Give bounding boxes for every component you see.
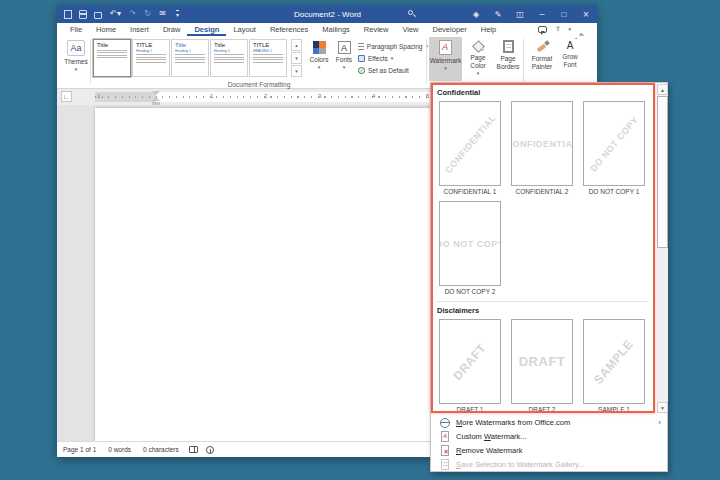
tab-home[interactable]: Home bbox=[89, 23, 123, 36]
email-icon[interactable] bbox=[158, 10, 167, 19]
gallery-down-icon[interactable]: ▾ bbox=[291, 52, 302, 64]
tab-stop-selector[interactable]: ∟ bbox=[61, 91, 72, 102]
watermark-preview-text: SAMPLE bbox=[592, 337, 637, 387]
word-count-indicator[interactable]: 0 words bbox=[102, 446, 137, 453]
gallery-scrollbar[interactable]: ▲ ▼ bbox=[657, 84, 668, 413]
themes-icon: Aa bbox=[67, 40, 85, 56]
page-number-indicator[interactable]: Page 1 of 1 bbox=[57, 446, 102, 453]
tab-design[interactable]: Design bbox=[187, 23, 226, 36]
chevron-down-icon: ▾ bbox=[477, 71, 480, 76]
watermark-option-draft-2[interactable]: DRAFTDRAFT 2 bbox=[511, 319, 573, 413]
fonts-button[interactable]: A Fonts ▾ bbox=[333, 37, 355, 81]
menu-item-label: Save Selection to Watermark Gallery... bbox=[456, 460, 584, 469]
format-painter-button[interactable]: Format Painter bbox=[527, 37, 557, 81]
watermark-option-do-not-copy-2[interactable]: DO NOT COPYDO NOT COPY 2 bbox=[439, 201, 501, 295]
paint-bucket-icon bbox=[472, 40, 484, 52]
draw-icon[interactable]: ✎ bbox=[487, 5, 509, 23]
menu-item-more-watermarks-from-office-com[interactable]: More Watermarks from Office.com› bbox=[431, 415, 669, 429]
tab-review[interactable]: Review bbox=[357, 23, 396, 36]
tab-layout[interactable]: Layout bbox=[226, 23, 263, 36]
ribbon-display-options-icon[interactable]: ◫ bbox=[509, 5, 531, 23]
tab-draw[interactable]: Draw bbox=[156, 23, 188, 36]
scrollbar-thumb[interactable] bbox=[657, 96, 668, 248]
watermark-thumbnail: DRAFT bbox=[439, 319, 501, 404]
page-borders-button[interactable]: Page Borders bbox=[494, 37, 522, 81]
style-title: Title bbox=[175, 42, 205, 49]
themes-button[interactable]: Aa Themes ▾ bbox=[61, 37, 91, 81]
ruler-number: 1 bbox=[210, 93, 213, 99]
style-title: TITLE bbox=[253, 42, 283, 49]
effects-button[interactable]: Effects ▾ bbox=[358, 52, 428, 64]
editing-icon[interactable] bbox=[579, 25, 587, 34]
style-set-thumbnail-3[interactable]: TitleHeading 1 bbox=[171, 39, 209, 77]
style-set-thumbnail-4[interactable]: TitleHeading 1 bbox=[210, 39, 248, 77]
menu-item-label: Custom Watermark... bbox=[456, 432, 527, 441]
whats-new-icon[interactable]: ◈ bbox=[465, 5, 487, 23]
menu-item-remove-watermark[interactable]: Remove Watermark bbox=[431, 443, 669, 457]
open-folder-icon[interactable] bbox=[93, 10, 102, 19]
watermark-option-draft-1[interactable]: DRAFTDRAFT 1 bbox=[439, 319, 501, 413]
grow-font-icon: A bbox=[567, 41, 574, 51]
customize-quick-access-toolbar-icon[interactable] bbox=[173, 10, 182, 19]
menu-item-label: Remove Watermark bbox=[456, 446, 522, 455]
gallery-more-icon[interactable]: ▾ bbox=[291, 65, 302, 77]
tab-references[interactable]: References bbox=[263, 23, 315, 36]
scroll-up-icon[interactable]: ▲ bbox=[657, 84, 668, 95]
style-set-thumbnail-5[interactable]: TITLEHEADING 1 bbox=[249, 39, 287, 77]
paste-icon[interactable] bbox=[63, 10, 72, 19]
tab-mailings[interactable]: Mailings bbox=[315, 23, 357, 36]
first-line-indent-marker[interactable] bbox=[152, 91, 160, 95]
gallery-up-icon[interactable]: ▴ bbox=[291, 39, 302, 51]
watermark-option-do-not-copy-1[interactable]: DO NOT COPYDO NOT COPY 1 bbox=[583, 101, 645, 195]
grow-font-button[interactable]: A Grow Font bbox=[559, 37, 581, 81]
watermark-menu-commands: More Watermarks from Office.com›Custom W… bbox=[431, 415, 669, 471]
window-title: Document2 - Word bbox=[294, 10, 361, 19]
redo-icon[interactable] bbox=[128, 10, 137, 19]
close-icon[interactable]: × bbox=[575, 5, 597, 23]
page-glyph bbox=[441, 445, 449, 456]
maximize-icon[interactable]: □ bbox=[553, 5, 575, 23]
watermark-thumbnail: CONFIDENTIAL bbox=[439, 101, 501, 186]
refresh-icon[interactable] bbox=[143, 10, 152, 19]
tab-view[interactable]: View bbox=[395, 23, 425, 36]
character-count-indicator[interactable]: 0 characters bbox=[137, 446, 185, 453]
search-icon[interactable] bbox=[407, 9, 417, 19]
watermark-option-confidential-1[interactable]: CONFIDENTIALCONFIDENTIAL 1 bbox=[439, 101, 501, 195]
comments-icon[interactable] bbox=[538, 26, 547, 33]
watermark-preview-text: CONFIDENTIAL bbox=[511, 139, 573, 149]
chevron-down-icon: ▾ bbox=[343, 65, 346, 70]
style-set-thumbnail-1[interactable]: Title bbox=[93, 39, 131, 77]
page-color-button[interactable]: Page Color ▾ bbox=[464, 37, 492, 81]
style-set-thumbnail-2[interactable]: TITLEHeading 1 bbox=[132, 39, 170, 77]
undo-icon[interactable] bbox=[108, 10, 122, 19]
watermark-button[interactable]: Watermark ▾ bbox=[429, 37, 462, 81]
hanging-indent-marker[interactable] bbox=[152, 97, 160, 101]
menu-item-save-selection-to-watermark-gallery: Save Selection to Watermark Gallery... bbox=[431, 457, 669, 471]
magnifier-glyph bbox=[408, 10, 413, 15]
share-icon[interactable] bbox=[555, 26, 571, 34]
colors-button[interactable]: Colors ▾ bbox=[307, 37, 331, 81]
globe-icon bbox=[439, 417, 450, 428]
watermark-option-sample-1[interactable]: SAMPLESAMPLE 1 bbox=[583, 319, 645, 413]
tab-insert[interactable]: Insert bbox=[123, 23, 156, 36]
accessibility-icon[interactable] bbox=[206, 446, 214, 454]
scroll-down-icon[interactable]: ▼ bbox=[657, 402, 668, 413]
tab-developer[interactable]: Developer bbox=[426, 23, 474, 36]
watermark-option-label: DO NOT COPY 2 bbox=[439, 288, 501, 295]
save-icon[interactable] bbox=[78, 10, 87, 19]
watermark-row: CONFIDENTIALCONFIDENTIAL 1CONFIDENTIALCO… bbox=[437, 101, 649, 295]
chevron-down-icon: ▾ bbox=[318, 65, 321, 70]
ruler-number: 4 bbox=[372, 93, 375, 99]
quick-access-toolbar bbox=[57, 10, 182, 19]
set-as-default-button[interactable]: ✓ Set as Default bbox=[358, 64, 428, 76]
tab-help[interactable]: Help bbox=[474, 23, 503, 36]
minimize-icon[interactable]: – bbox=[531, 5, 553, 23]
proofing-icon[interactable] bbox=[189, 446, 198, 453]
style-preview-lines bbox=[175, 54, 205, 63]
titlebar: Document2 - Word ◈✎◫–□× bbox=[57, 5, 597, 23]
tab-file[interactable]: File bbox=[63, 23, 89, 36]
menu-item-custom-watermark[interactable]: Custom Watermark... bbox=[431, 429, 669, 443]
paragraph-spacing-button[interactable]: Paragraph Spacing ▾ bbox=[358, 40, 428, 52]
watermark-option-confidential-2[interactable]: CONFIDENTIALCONFIDENTIAL 2 bbox=[511, 101, 573, 195]
indent-markers[interactable] bbox=[152, 91, 160, 104]
